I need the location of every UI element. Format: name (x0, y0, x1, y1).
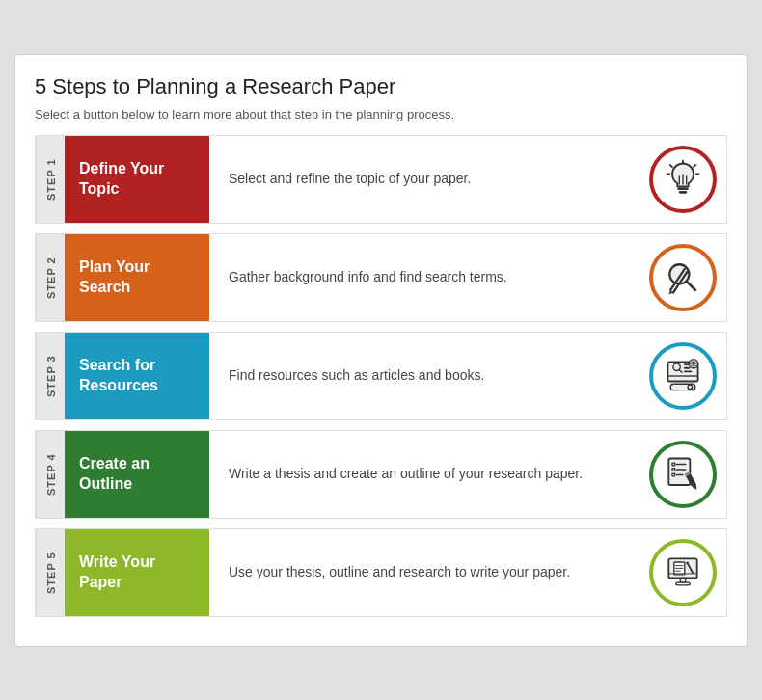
step-icon-5 (649, 539, 717, 606)
svg-point-44 (686, 561, 689, 564)
step-icon-wrapper-1 (640, 136, 726, 223)
step-icon-wrapper-3 (640, 333, 726, 419)
step-label-2: STEP 2 (36, 234, 65, 321)
step-description-4: Write a thesis and create an outline of … (209, 464, 640, 484)
svg-rect-20 (684, 366, 690, 368)
svg-line-4 (670, 164, 672, 166)
step-title-1: Define Your Topic (65, 136, 209, 223)
outline-pencil-icon (662, 453, 704, 496)
step-title-4: Create an Outline (65, 431, 209, 518)
step-icon-2 (649, 244, 717, 311)
step-row-5[interactable]: STEP 5 Write Your Paper Use your thesis,… (35, 528, 727, 617)
step-title-2: Plan Your Search (65, 234, 209, 321)
step-label-3: STEP 3 (36, 333, 65, 419)
search-pencil-icon (662, 256, 704, 299)
step-label-4: STEP 4 (36, 431, 65, 518)
step-description-3: Find resources such as articles and book… (209, 365, 640, 386)
svg-rect-21 (684, 370, 692, 372)
lightbulb-icon (662, 158, 704, 201)
computer-search-icon (662, 355, 704, 397)
subtitle: Select a button below to learn more abou… (35, 107, 727, 121)
computer-document-icon (662, 552, 704, 594)
svg-rect-0 (677, 187, 688, 190)
step-description-2: Gather background info and find search t… (209, 267, 640, 287)
svg-line-11 (687, 282, 695, 290)
step-icon-1 (649, 146, 717, 213)
svg-rect-1 (679, 190, 687, 193)
step-description-1: Select and refine the topic of your pape… (209, 169, 640, 189)
step-icon-wrapper-4 (640, 431, 726, 518)
svg-rect-28 (668, 458, 690, 485)
step-label-5: STEP 5 (36, 529, 65, 616)
step-description-5: Use your thesis, outline and research to… (209, 562, 640, 582)
svg-rect-46 (676, 582, 691, 585)
main-card: 5 Steps to Planning a Research Paper Sel… (14, 54, 748, 647)
step-row-2[interactable]: STEP 2 Plan Your Search Gather backgroun… (35, 233, 727, 322)
step-row-4[interactable]: STEP 4 Create an Outline Write a thesis … (35, 430, 727, 519)
step-icon-3 (649, 342, 717, 410)
svg-marker-14 (668, 289, 673, 294)
page-title: 5 Steps to Planning a Research Paper (35, 74, 727, 99)
step-row-1[interactable]: STEP 1 Define Your Topic Select and refi… (35, 135, 727, 224)
svg-rect-45 (680, 578, 686, 582)
step-label-1: STEP 1 (36, 136, 65, 223)
step-row-3[interactable]: STEP 3 Search for Resources Find resourc… (35, 332, 727, 420)
step-title-5: Write Your Paper (65, 529, 209, 616)
svg-line-3 (694, 164, 695, 166)
step-icon-wrapper-2 (640, 234, 726, 321)
step-icon-wrapper-5 (640, 529, 726, 616)
step-title-3: Search for Resources (65, 333, 209, 419)
step-icon-4 (649, 441, 717, 508)
